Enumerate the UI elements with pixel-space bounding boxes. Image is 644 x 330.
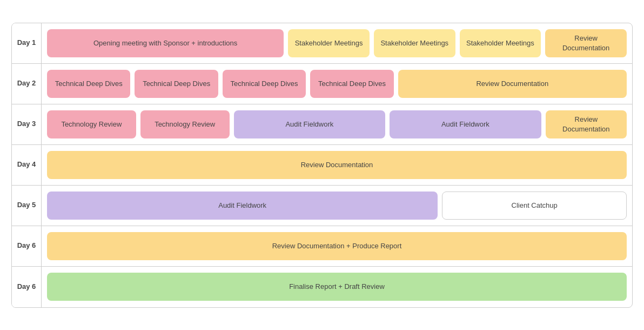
- schedule-row: Day 5Audit FieldworkClient Catchup: [12, 186, 632, 226]
- day-label: Day 5: [12, 186, 42, 226]
- day-label: Day 2: [12, 64, 42, 104]
- row-content: Finalise Report + Draft Review: [42, 267, 632, 307]
- task-block: Audit Fieldwork: [47, 192, 438, 220]
- task-block: Stakeholder Meetings: [460, 29, 541, 57]
- task-block: Technology Review: [47, 110, 136, 138]
- task-block: Stakeholder Meetings: [288, 29, 370, 57]
- task-block: Technical Deep Dives: [135, 70, 218, 98]
- task-block: Review Documentation: [545, 29, 627, 57]
- task-block: Review Documentation + Produce Report: [47, 232, 627, 260]
- row-content: Review Documentation + Produce Report: [42, 226, 632, 266]
- day-label: Day 1: [12, 23, 42, 63]
- task-block: Client Catchup: [442, 192, 627, 220]
- schedule-row: Day 3Technology ReviewTechnology ReviewA…: [12, 104, 632, 145]
- task-block: Review Documentation: [546, 110, 627, 138]
- task-block: Stakeholder Meetings: [374, 29, 455, 57]
- task-block: Technical Deep Dives: [223, 70, 306, 98]
- task-block: Opening meeting with Sponsor + introduct…: [47, 29, 284, 57]
- row-content: Review Documentation: [42, 145, 632, 185]
- day-label: Day 4: [12, 145, 42, 185]
- schedule-row: Day 6Review Documentation + Produce Repo…: [12, 226, 632, 267]
- row-content: Audit FieldworkClient Catchup: [42, 186, 632, 226]
- task-block: Audit Fieldwork: [390, 110, 541, 138]
- row-content: Opening meeting with Sponsor + introduct…: [42, 23, 632, 63]
- schedule-container: Day 1Opening meeting with Sponsor + intr…: [11, 23, 633, 308]
- row-content: Technical Deep DivesTechnical Deep Dives…: [42, 64, 632, 104]
- row-content: Technology ReviewTechnology ReviewAudit …: [42, 104, 632, 144]
- day-label: Day 6: [12, 267, 42, 307]
- task-block: Review Documentation: [47, 151, 627, 179]
- task-block: Technical Deep Dives: [310, 70, 393, 98]
- schedule-row: Day 2Technical Deep DivesTechnical Deep …: [12, 64, 632, 104]
- schedule-row: Day 6Finalise Report + Draft Review: [12, 267, 632, 307]
- day-label: Day 3: [12, 104, 42, 144]
- task-block: Finalise Report + Draft Review: [47, 273, 627, 301]
- day-label: Day 6: [12, 226, 42, 266]
- task-block: Technology Review: [140, 110, 230, 138]
- task-block: Review Documentation: [398, 70, 627, 98]
- schedule-row: Day 4Review Documentation: [12, 145, 632, 186]
- task-block: Technical Deep Dives: [47, 70, 130, 98]
- schedule-row: Day 1Opening meeting with Sponsor + intr…: [12, 23, 632, 64]
- task-block: Audit Fieldwork: [234, 110, 386, 138]
